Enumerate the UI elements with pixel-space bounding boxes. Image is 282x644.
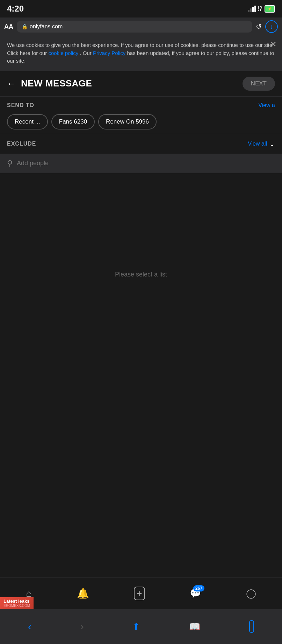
eromexx-label: Latest leaks EROMEXX.COM xyxy=(0,597,34,609)
browser-refresh-button[interactable]: ↺ xyxy=(256,22,262,31)
cookie-policy-link[interactable]: cookie policy xyxy=(48,50,78,56)
browser-download-button[interactable]: ↓ xyxy=(265,20,278,33)
exclude-view-all: View all ⌄ xyxy=(248,140,275,148)
nav-add[interactable]: + xyxy=(134,587,145,600)
search-bar: ⚲ xyxy=(0,154,282,173)
cookie-text-part2: . Our xyxy=(80,50,91,56)
lock-icon: 🔒 xyxy=(22,24,28,29)
cookie-close-button[interactable]: ✕ xyxy=(270,40,276,49)
send-to-header: SEND TO View a xyxy=(7,102,275,108)
nav-messages[interactable]: 💬 267 xyxy=(190,588,201,599)
privacy-policy-link[interactable]: Privacy Policy xyxy=(93,50,125,56)
status-time: 4:20 xyxy=(7,4,24,14)
download-icon: ↓ xyxy=(270,23,273,30)
tag-recent[interactable]: Recent ... xyxy=(7,114,48,130)
chevron-down-icon[interactable]: ⌄ xyxy=(269,140,275,148)
browser-back-button[interactable]: ‹ xyxy=(28,621,31,632)
exclude-label: EXCLUDE xyxy=(7,141,36,147)
add-icon: + xyxy=(134,587,145,600)
eromexx-main-text: Latest leaks xyxy=(3,598,30,604)
browser-bookmarks-button[interactable]: 📖 xyxy=(189,621,200,632)
exclude-header: EXCLUDE View all ⌄ xyxy=(7,140,275,148)
new-message-header: ← NEW MESSAGE NEXT xyxy=(0,71,282,97)
signal-icon xyxy=(248,6,256,12)
back-button[interactable]: ← xyxy=(7,79,15,89)
main-content: Please select a list xyxy=(0,173,282,376)
browser-url-container[interactable]: 🔒 onlyfans.com xyxy=(17,21,252,33)
send-to-view-all-link[interactable]: View a xyxy=(258,102,275,108)
nav-notifications[interactable]: 🔔 xyxy=(77,588,89,599)
browser-aa-button[interactable]: AA xyxy=(4,23,13,30)
eromexx-sub-text: EROMEXX.COM xyxy=(3,604,30,608)
browser-tabs-button[interactable]: ⁡ xyxy=(249,620,254,633)
cookie-text-part3: has been updated, if you agree to our po… xyxy=(7,50,274,64)
cookie-text: We use cookies to give you the best expe… xyxy=(7,41,275,65)
bottom-nav: ⌂ 🔔 + 💬 267 ◯ xyxy=(0,578,282,609)
send-to-section: SEND TO View a Recent ... Fans 6230 Rene… xyxy=(0,97,282,134)
wifi-icon: ⁉ xyxy=(258,5,262,13)
tag-fans[interactable]: Fans 6230 xyxy=(51,114,95,130)
page-title: NEW MESSAGE xyxy=(21,78,237,89)
empty-state-text: Please select a list xyxy=(115,271,167,278)
messages-badge: 267 xyxy=(193,585,204,592)
browser-url: onlyfans.com xyxy=(30,23,63,30)
battery-icon: ⚡ xyxy=(265,5,275,13)
browser-share-button[interactable]: ⬆ xyxy=(132,621,140,632)
send-to-label: SEND TO xyxy=(7,102,34,108)
browser-bar: AA 🔒 onlyfans.com ↺ ↓ xyxy=(0,18,282,36)
nav-profile[interactable]: ◯ xyxy=(246,588,256,599)
cookie-banner: We use cookies to give you the best expe… xyxy=(0,36,282,71)
next-button[interactable]: NEXT xyxy=(243,77,275,91)
profile-icon: ◯ xyxy=(246,588,256,599)
tag-renew-on[interactable]: Renew On 5996 xyxy=(98,114,157,130)
browser-forward-button[interactable]: › xyxy=(80,621,84,632)
exclude-view-all-link[interactable]: View all xyxy=(248,141,267,147)
send-to-tags: Recent ... Fans 6230 Renew On 5996 xyxy=(7,114,275,130)
search-icon: ⚲ xyxy=(7,159,13,168)
exclude-section: EXCLUDE View all ⌄ xyxy=(0,134,282,154)
status-bar: 4:20 ⁉ ⚡ xyxy=(0,0,282,18)
status-icons: ⁉ ⚡ xyxy=(248,5,275,13)
bell-icon: 🔔 xyxy=(77,588,89,599)
search-input[interactable] xyxy=(17,160,275,167)
browser-bottom-bar: ‹ › ⬆ 📖 ⁡ xyxy=(0,609,282,644)
